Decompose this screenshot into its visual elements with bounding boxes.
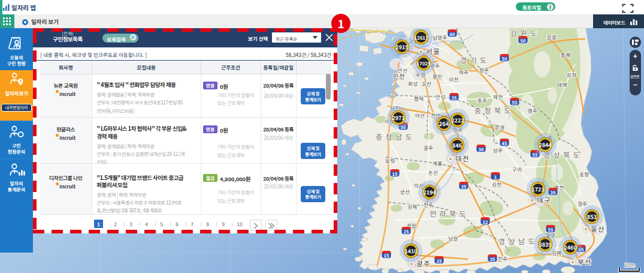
svg-text:1: 1: [494, 173, 497, 180]
svg-text:25: 25: [404, 228, 409, 235]
svg-text:충주: 충주: [477, 97, 488, 104]
svg-text:제천: 제천: [493, 93, 503, 100]
svg-text:30: 30: [479, 146, 484, 152]
svg-text:12: 12: [483, 218, 488, 225]
svg-text:강릉: 강릉: [547, 34, 557, 41]
svg-text:논산: 논산: [428, 169, 439, 176]
svg-text:60: 60: [450, 31, 455, 37]
svg-text:15: 15: [384, 252, 389, 259]
svg-text:2460: 2460: [564, 244, 576, 251]
svg-text:35: 35: [490, 256, 495, 262]
svg-text:2194: 2194: [423, 188, 436, 196]
svg-text:용인: 용인: [433, 73, 443, 80]
svg-text:인천: 인천: [393, 71, 405, 80]
svg-text:부산: 부산: [578, 257, 592, 266]
svg-text:2971: 2971: [392, 114, 404, 122]
svg-text:충청북도: 충청북도: [474, 105, 514, 115]
svg-text:공주: 공주: [424, 144, 434, 151]
svg-text:원주: 원주: [479, 66, 489, 73]
svg-text:1721: 1721: [531, 185, 544, 193]
svg-text:1410: 1410: [404, 247, 417, 255]
svg-text:55: 55: [512, 99, 518, 106]
svg-text:15: 15: [392, 170, 398, 177]
svg-text:25: 25: [437, 257, 442, 264]
svg-text:포항: 포항: [579, 170, 589, 178]
svg-text:문경: 문경: [495, 124, 505, 131]
svg-text:남원: 남원: [448, 235, 458, 242]
svg-text:2844: 2844: [539, 141, 552, 149]
svg-text:광주: 광주: [416, 259, 431, 268]
svg-text:보령: 보령: [385, 157, 395, 164]
svg-text:846: 846: [452, 141, 462, 149]
svg-text:오산: 오산: [422, 80, 432, 87]
svg-text:경주: 경주: [578, 200, 588, 207]
svg-text:2915: 2915: [395, 43, 408, 51]
svg-text:평택: 평택: [414, 95, 424, 102]
svg-text:경상남도: 경상남도: [498, 236, 538, 246]
svg-text:태백: 태백: [557, 81, 567, 88]
svg-text:35: 35: [452, 94, 457, 101]
svg-text:군산: 군산: [400, 188, 410, 195]
svg-text:12617: 12617: [414, 34, 428, 41]
svg-text:35: 35: [461, 183, 467, 190]
svg-text:전라북도: 전라북도: [430, 208, 469, 218]
svg-text:여주: 여주: [459, 68, 469, 76]
svg-text:3839: 3839: [539, 241, 551, 248]
svg-text:구미: 구미: [512, 166, 522, 173]
svg-text:김제: 김제: [407, 203, 418, 210]
svg-text:아산: 아산: [415, 112, 425, 119]
svg-text:상주: 상주: [493, 146, 503, 154]
svg-text:50: 50: [521, 37, 526, 44]
svg-text:20: 20: [551, 189, 556, 196]
svg-text:충청남도: 충청남도: [376, 131, 415, 142]
svg-text:853: 853: [587, 212, 597, 221]
svg-text:50: 50: [502, 55, 507, 62]
svg-text:계룡: 계룡: [433, 160, 443, 167]
svg-text:17025: 17025: [416, 60, 431, 67]
svg-text:45: 45: [502, 140, 507, 146]
svg-text:진주: 진주: [498, 255, 508, 262]
svg-text:안성: 안성: [436, 93, 446, 100]
svg-text:경기도: 경기도: [460, 55, 490, 65]
svg-text:삼척: 삼척: [567, 71, 577, 78]
svg-text:20m: 20m: [624, 261, 635, 269]
svg-text:이천: 이천: [449, 76, 459, 83]
svg-text:화성: 화성: [408, 80, 418, 87]
svg-text:김천: 김천: [492, 181, 502, 188]
svg-text:2222: 2222: [451, 116, 464, 124]
svg-text:동해: 동해: [561, 51, 571, 58]
svg-text:영주: 영주: [528, 107, 538, 114]
svg-text:남양주: 남양주: [433, 34, 448, 41]
svg-text:55: 55: [548, 226, 554, 233]
